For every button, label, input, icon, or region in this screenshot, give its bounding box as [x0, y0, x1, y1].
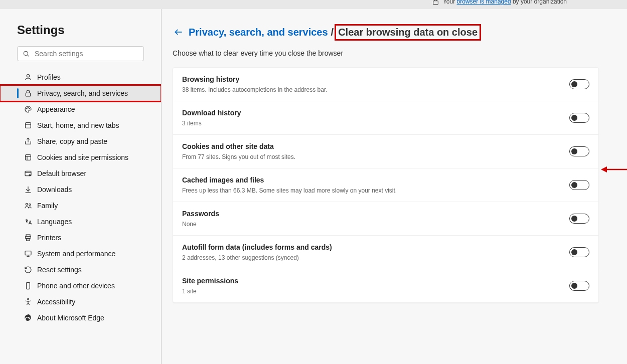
banner-managed-link[interactable]: browser is managed	[457, 0, 511, 5]
option-toggle[interactable]	[569, 180, 589, 190]
top-banner: Your browser is managed by your organiza…	[0, 0, 627, 9]
option-desc: None	[182, 221, 569, 228]
svg-point-20	[29, 204, 31, 205]
family-icon	[24, 202, 32, 210]
clear-option-row: Download history3 items	[173, 101, 598, 135]
sidebar-item-label: Profiles	[37, 73, 61, 81]
option-title: Download history	[182, 109, 569, 117]
option-title: Autofill form data (includes forms and c…	[182, 243, 569, 251]
clear-option-row: Cookies and other site dataFrom 77 sites…	[173, 135, 598, 168]
option-desc: From 77 sites. Signs you out of most sit…	[182, 153, 569, 160]
main-content: Privacy, search, and services / Clear br…	[162, 9, 627, 364]
section-description: Choose what to clear every time you clos…	[173, 49, 599, 57]
breadcrumb: Privacy, search, and services / Clear br…	[173, 26, 599, 38]
search-input[interactable]	[35, 50, 138, 58]
svg-rect-24	[25, 251, 31, 255]
breadcrumb-parent[interactable]: Privacy, search, and services	[189, 27, 328, 38]
sidebar-item-share-copy-and-paste[interactable]: Share, copy and paste	[0, 133, 161, 149]
svg-rect-0	[433, 1, 438, 5]
option-title: Site permissions	[182, 277, 569, 285]
printer-icon	[24, 234, 32, 242]
toggle-knob	[571, 216, 577, 222]
option-desc: 1 site	[182, 288, 569, 295]
briefcase-icon	[432, 0, 439, 7]
clear-option-row: PasswordsNone	[173, 202, 598, 236]
svg-point-1	[24, 51, 28, 55]
toggle-knob	[571, 283, 577, 289]
language-icon	[24, 218, 32, 226]
sidebar-item-label: Accessibility	[37, 298, 75, 306]
sidebar-item-label: Start, home, and new tabs	[37, 121, 119, 129]
svg-point-6	[28, 107, 28, 108]
reset-icon	[24, 266, 32, 274]
sidebar-item-default-browser[interactable]: Default browser	[0, 165, 161, 181]
sidebar-item-start-home-and-new-tabs[interactable]: Start, home, and new tabs	[0, 117, 161, 133]
sidebar-item-family[interactable]: Family	[0, 198, 161, 214]
clear-option-row: Cached images and filesFrees up less tha…	[173, 168, 598, 202]
svg-point-16	[29, 174, 31, 176]
sidebar-item-label: Phone and other devices	[37, 282, 115, 290]
option-desc: Frees up less than 66.3 MB. Some sites m…	[182, 187, 569, 194]
browser-icon	[24, 169, 32, 177]
arrow-left-icon	[174, 27, 184, 37]
sidebar-item-system-and-performance[interactable]: System and performance	[0, 246, 161, 262]
option-desc: 3 items	[182, 120, 569, 127]
search-input-wrap[interactable]	[17, 46, 144, 61]
sidebar-item-privacy-search-and-services[interactable]: Privacy, search, and services	[0, 85, 161, 101]
option-toggle[interactable]	[569, 247, 589, 257]
sidebar-item-appearance[interactable]: Appearance	[0, 101, 161, 117]
clear-options-list: Browsing history38 items. Includes autoc…	[173, 67, 599, 303]
profile-icon	[24, 73, 32, 81]
svg-rect-23	[27, 238, 30, 241]
sidebar-item-label: About Microsoft Edge	[37, 314, 104, 322]
clear-option-row: Browsing history38 items. Includes autoc…	[173, 68, 598, 101]
back-button[interactable]	[173, 26, 185, 38]
home-icon	[24, 121, 32, 129]
toggle-knob	[571, 115, 577, 121]
cookie-icon	[24, 153, 32, 161]
sidebar-item-label: Cookies and site permissions	[37, 153, 128, 161]
option-toggle[interactable]	[569, 79, 589, 89]
toggle-knob	[571, 148, 577, 154]
option-title: Passwords	[182, 210, 569, 218]
clear-option-row: Site permissions1 site	[173, 269, 598, 302]
option-desc: 2 addresses, 13 other suggestions (synce…	[182, 254, 569, 261]
sidebar-item-accessibility[interactable]: Accessibility	[0, 294, 161, 310]
sidebar-nav: ProfilesPrivacy, search, and servicesApp…	[0, 67, 161, 328]
option-toggle[interactable]	[569, 113, 589, 123]
svg-rect-11	[26, 155, 31, 160]
sidebar-item-languages[interactable]: Languages	[0, 214, 161, 230]
toggle-knob	[571, 249, 577, 255]
option-title: Browsing history	[182, 75, 569, 83]
annotation-arrow	[601, 166, 627, 173]
banner-suffix: by your organization	[511, 0, 567, 5]
sidebar-item-cookies-and-site-permissions[interactable]: Cookies and site permissions	[0, 149, 161, 165]
sidebar-item-reset-settings[interactable]: Reset settings	[0, 262, 161, 278]
sidebar-item-downloads[interactable]: Downloads	[0, 181, 161, 198]
sidebar-item-profiles[interactable]: Profiles	[0, 69, 161, 85]
sidebar-item-phone-and-other-devices[interactable]: Phone and other devices	[0, 278, 161, 294]
svg-point-7	[29, 108, 30, 109]
sidebar-item-label: Reset settings	[37, 266, 82, 274]
svg-point-5	[27, 108, 27, 109]
share-icon	[24, 137, 32, 145]
option-toggle[interactable]	[569, 214, 589, 224]
sidebar-item-label: Appearance	[37, 105, 75, 113]
svg-rect-8	[26, 123, 31, 128]
banner-prefix: Your	[443, 0, 457, 5]
download-icon	[24, 186, 32, 194]
sidebar-item-label: Downloads	[37, 186, 72, 194]
page-title: Settings	[0, 23, 161, 46]
clear-option-row: Autofill form data (includes forms and c…	[173, 236, 598, 269]
sidebar-item-label: Languages	[37, 218, 72, 226]
search-icon	[23, 50, 30, 57]
option-desc: 38 items. Includes autocompletions in th…	[182, 86, 569, 93]
sidebar-item-about-microsoft-edge[interactable]: About Microsoft Edge	[0, 310, 161, 326]
svg-line-2	[28, 55, 29, 56]
option-toggle[interactable]	[569, 281, 589, 291]
sidebar-item-printers[interactable]: Printers	[0, 230, 161, 246]
svg-rect-4	[26, 93, 30, 96]
option-toggle[interactable]	[569, 146, 589, 156]
svg-point-19	[26, 203, 28, 205]
sidebar-item-label: Family	[37, 202, 58, 210]
